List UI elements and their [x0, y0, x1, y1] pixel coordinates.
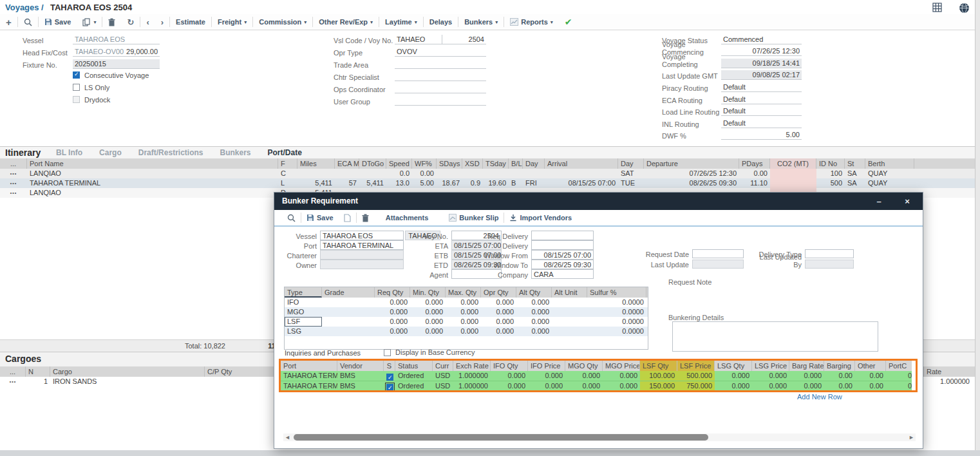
cell[interactable]: 0.000 [481, 317, 516, 327]
cell[interactable]: 100 [816, 169, 845, 178]
cell[interactable]: C [278, 169, 297, 178]
cell[interactable]: 0.000 [516, 317, 552, 327]
copy-button[interactable]: ▾ [77, 18, 102, 26]
commission-menu[interactable]: Commission▾ [253, 18, 312, 26]
vessel-field[interactable]: TAHAROA EOS [73, 35, 160, 44]
cell[interactable]: IFO [285, 298, 322, 307]
cell[interactable]: ••• [0, 178, 27, 188]
modal-port-field[interactable]: TAHAROA TERMINAL [320, 240, 404, 250]
ls-only-checkbox[interactable] [73, 84, 80, 91]
cell[interactable]: 0.0000 [587, 307, 646, 317]
cell[interactable] [770, 169, 816, 178]
grid-icon[interactable] [932, 3, 943, 13]
cell[interactable]: 5,411 [297, 178, 335, 188]
cell[interactable]: 0.00 [824, 381, 855, 391]
table-row[interactable]: TAHAROA TERMINABMSOrderedUSD1.0000000.00… [281, 381, 912, 392]
cell[interactable] [462, 169, 483, 178]
cell[interactable]: TAHAROA TERMINA [281, 371, 337, 381]
cell[interactable]: 0.000 [789, 371, 824, 381]
field[interactable] [395, 71, 486, 81]
cell[interactable] [322, 298, 375, 307]
cell[interactable]: LANQIAO [27, 188, 278, 198]
table-row[interactable]: LSF0.0000.0000.0000.0000.0000.0000 [285, 317, 648, 327]
table-row[interactable]: TAHAROA TERMINABMSOrderedUSD1.0000000.00… [281, 371, 912, 381]
cell[interactable]: 08/26/25 09:30 [644, 178, 739, 188]
cell[interactable]: 0.000 [603, 371, 640, 381]
field[interactable]: OVOV [395, 47, 486, 57]
field[interactable] [395, 84, 486, 93]
refresh-button[interactable]: ↻ [121, 17, 140, 27]
cell[interactable]: 0.000 [491, 381, 528, 391]
field[interactable]: 08/15/25 07:00 [531, 250, 594, 260]
add-new-row-link[interactable]: Add New Row [797, 393, 842, 401]
cell[interactable]: LSG [285, 327, 322, 336]
cell[interactable]: 0.000 [375, 317, 410, 327]
cell[interactable]: 150.000 [640, 381, 677, 391]
table-row[interactable]: MGO0.0000.0000.0000.0000.0000.0000 [285, 307, 648, 317]
cell[interactable]: 0.000 [789, 381, 824, 391]
table-row[interactable]: LSG0.0000.0000.0000.0000.0000.0000 [285, 327, 648, 336]
field[interactable]: 08/26/25 09:30 [531, 260, 594, 269]
cell[interactable] [483, 169, 509, 178]
request-date-field[interactable] [692, 249, 744, 258]
cell[interactable]: TUE [618, 178, 644, 188]
modal-save-button[interactable]: Save [301, 214, 339, 222]
cell[interactable]: SA [845, 178, 865, 188]
cell[interactable] [552, 298, 587, 307]
delete-button[interactable] [102, 18, 121, 26]
cell[interactable] [335, 169, 359, 178]
cell[interactable]: 11.10 [739, 178, 770, 188]
cell[interactable]: MGO [285, 307, 322, 317]
bunker-slip-button[interactable]: Bunker Slip [444, 214, 504, 222]
row-checkbox[interactable] [386, 374, 393, 381]
cell[interactable] [384, 371, 395, 381]
cell[interactable]: 0 [886, 381, 912, 391]
cell[interactable]: 5,411 [359, 178, 386, 188]
add-button[interactable]: + [0, 17, 17, 28]
save-button[interactable]: Save [39, 18, 77, 26]
cell[interactable]: 0.000 [481, 327, 516, 336]
cell[interactable]: 13.0 [386, 178, 412, 188]
cell[interactable]: 0 [886, 371, 912, 381]
cell[interactable]: IRON SANDS [50, 377, 205, 386]
field[interactable]: Default [721, 106, 802, 116]
fixture-no-field[interactable]: 20250015 [73, 59, 160, 69]
scroll-left-arrow[interactable]: ◄ [285, 433, 290, 441]
delivery-type-field[interactable] [805, 249, 854, 258]
field[interactable] [531, 240, 594, 250]
cell[interactable]: 0.000 [375, 307, 410, 317]
cell[interactable]: 0.000 [752, 371, 789, 381]
cell[interactable]: ••• [0, 188, 27, 198]
table-row[interactable]: IFO0.0000.0000.0000.0000.0000.0000 [285, 298, 648, 307]
cell[interactable]: 0.000 [446, 298, 481, 307]
cell[interactable]: 5.00 [412, 178, 437, 188]
cell[interactable]: 500 [816, 178, 845, 188]
cell[interactable]: SA [845, 169, 865, 178]
delays-button[interactable]: Delays [424, 18, 458, 26]
table-row[interactable]: •••LANQIAOC0.00.00SAT07/26/25 12:300.001… [0, 169, 975, 178]
rate-cell[interactable]: 1.000000 [923, 377, 975, 386]
cell[interactable]: BMS [337, 381, 384, 391]
field[interactable]: Default [721, 82, 802, 92]
close-button[interactable]: × [894, 193, 920, 210]
cell[interactable]: USD [433, 381, 453, 391]
cell[interactable]: 0.000 [528, 371, 565, 381]
cell[interactable]: 1.000000 [453, 381, 491, 391]
cell[interactable]: Ordered [395, 381, 433, 391]
cell[interactable] [770, 178, 816, 188]
cell[interactable]: ••• [0, 377, 26, 386]
modal-vessel-field[interactable]: TAHAROA EOS [320, 231, 404, 240]
cell[interactable]: 1.000000 [453, 371, 491, 381]
cell[interactable] [359, 169, 386, 178]
cell[interactable]: 19.60 [483, 178, 509, 188]
cell[interactable]: 0.000 [491, 371, 528, 381]
cell[interactable]: Ordered [395, 371, 433, 381]
cell[interactable]: 0.00 [824, 371, 855, 381]
cell[interactable] [322, 307, 375, 317]
modal-delete-button[interactable] [357, 214, 374, 222]
search-button[interactable] [18, 18, 38, 26]
cell[interactable]: 0.000 [516, 327, 552, 336]
cell[interactable]: 57 [335, 178, 359, 188]
import-vendors-button[interactable]: Import Vendors [504, 214, 577, 222]
row-checkbox[interactable] [386, 384, 393, 391]
